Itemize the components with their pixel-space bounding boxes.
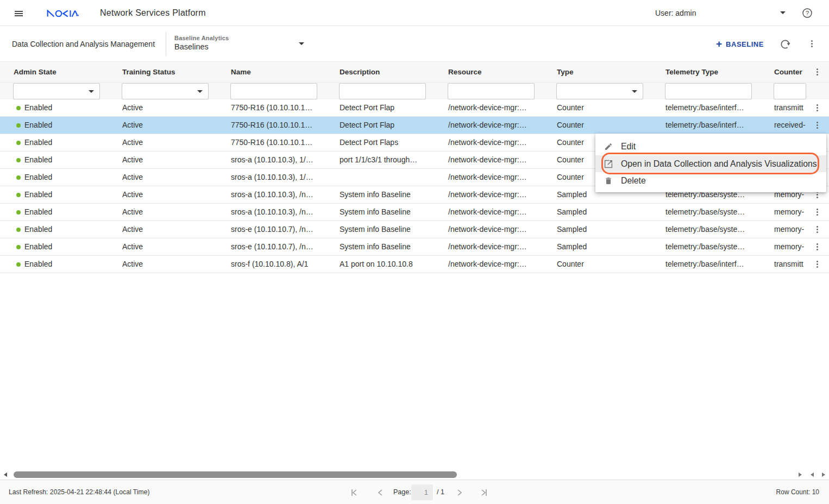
svg-text:?: ? xyxy=(806,10,809,16)
